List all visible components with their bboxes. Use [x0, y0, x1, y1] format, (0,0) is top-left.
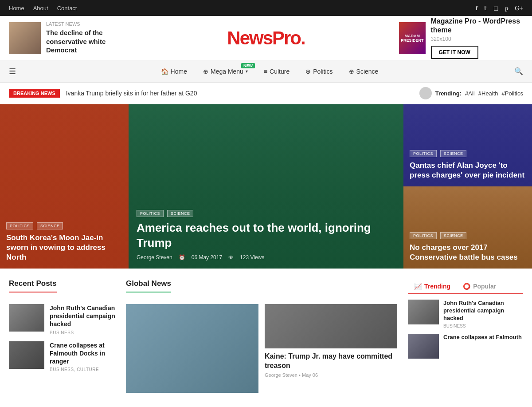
pinterest-icon[interactable]: 𝐩	[505, 4, 509, 12]
trending-tags: #All #Health #Politics	[465, 90, 523, 97]
facebook-icon[interactable]: 𝐟	[476, 4, 478, 12]
tag-health[interactable]: #Health	[478, 90, 498, 97]
ad-content: Magazine Pro - WordPress theme 320x100 G…	[431, 17, 523, 59]
global-news-main[interactable]	[126, 304, 258, 393]
breaking-news-label: BREAKING NEWS	[9, 89, 60, 98]
hero-rt-tag-politics[interactable]: POLITICS	[410, 150, 437, 157]
hamburger-icon[interactable]: ☰	[9, 67, 16, 76]
tag-all[interactable]: #All	[465, 90, 475, 97]
trend-item-2[interactable]: Crane collapses at Falmouth	[408, 334, 523, 359]
global-news-grid: Kaine: Trump Jr. may have committed trea…	[126, 304, 397, 393]
nav-megamenu-label: Mega Menu	[211, 68, 243, 75]
nav-culture-label: Culture	[270, 68, 289, 75]
global-news-title: Global News	[126, 279, 171, 292]
hero-left-tag-science[interactable]: SCIENCE	[37, 222, 63, 229]
trending-avatar	[419, 87, 432, 99]
global-news-main-image	[126, 304, 258, 393]
eye-icon: 👁	[228, 254, 234, 261]
nav-item-culture[interactable]: ≡ Culture	[256, 60, 297, 83]
logo-dot: .	[301, 28, 305, 48]
hero-center-meta: George Steven ⏰ 06 May 2017 👁 123 Views	[137, 254, 395, 261]
hero-right-top-title: Qantas chief Alan Joyce 'to press charge…	[410, 161, 526, 180]
recent-post-item[interactable]: John Ruth's Canadian presidential campai…	[9, 304, 115, 335]
hero-left-title: South Korea's Moon Jae-in sworn in vowin…	[6, 233, 122, 262]
nav-home[interactable]: Home	[9, 5, 24, 12]
hero-center-tag-science[interactable]: SCIENCE	[167, 210, 194, 217]
instagram-icon[interactable]: ◻	[493, 4, 499, 12]
hero-left[interactable]: POLITICS SCIENCE South Korea's Moon Jae-…	[0, 104, 129, 269]
hero-grid: POLITICS SCIENCE South Korea's Moon Jae-…	[0, 104, 532, 269]
hero-rt-tag-science[interactable]: SCIENCE	[440, 150, 467, 157]
recent-post-title-2: Crane collapses at Falmouth Docks in ran…	[50, 341, 115, 366]
trending-label: Trending:	[435, 90, 462, 97]
site-logo[interactable]: NewsPro.	[133, 28, 399, 49]
hero-center-tag-politics[interactable]: POLITICS	[137, 210, 164, 217]
nav-about[interactable]: About	[33, 5, 48, 12]
nav-item-megamenu[interactable]: ⊕ Mega Menu ▾ NEW	[195, 60, 256, 83]
global-news-side-image	[265, 304, 397, 348]
recent-post-tag-1: BUSINESS	[50, 330, 115, 335]
trend-item-image-2	[408, 334, 439, 359]
nav-item-science[interactable]: ⊕ Science	[341, 60, 387, 83]
googleplus-icon[interactable]: 𝐆+	[515, 4, 523, 12]
global-news-side-title[interactable]: Kaine: Trump Jr. may have committed trea…	[265, 352, 397, 371]
hero-right-top[interactable]: POLITICS SCIENCE Qantas chief Alan Joyce…	[403, 104, 532, 186]
global-news-author: George Steven	[265, 372, 297, 378]
clock-icon: ⏰	[179, 254, 185, 261]
twitter-icon[interactable]: 𝕥	[484, 4, 487, 12]
science-icon: ⊕	[349, 68, 354, 75]
latest-news-section: Latest News The decline of the conservat…	[9, 21, 133, 55]
trending-icon: 📈	[414, 283, 422, 290]
trend-item-title-2: Crane collapses at Falmouth	[443, 334, 522, 341]
megamenu-icon: ⊕	[203, 68, 208, 75]
top-nav: Home About Contact	[9, 5, 77, 12]
recent-post-title-1: John Ruth's Canadian presidential campai…	[50, 304, 115, 328]
hero-rb-tag-politics[interactable]: POLITICS	[410, 232, 437, 239]
nav-item-home[interactable]: 🏠 Home	[153, 60, 195, 83]
breaking-news-bar: BREAKING NEWS Ivanka Trump briefly sits …	[0, 83, 532, 104]
culture-icon: ≡	[264, 68, 267, 75]
hero-left-tag-politics[interactable]: POLITICS	[6, 222, 33, 229]
recent-post-item-2[interactable]: Crane collapses at Falmouth Docks in ran…	[9, 341, 115, 372]
popular-icon: ⭕	[463, 283, 470, 290]
global-news-side: Kaine: Trump Jr. may have committed trea…	[265, 304, 397, 393]
hero-center-views: 123 Views	[240, 254, 264, 261]
hero-center[interactable]: POLITICS SCIENCE America reaches out to …	[129, 104, 403, 269]
header: Latest News The decline of the conservat…	[0, 16, 532, 60]
nav-item-politics[interactable]: ⊕ Politics	[297, 60, 340, 83]
latest-news-headline[interactable]: The decline of the conservative white De…	[46, 28, 133, 55]
social-icons: 𝐟 𝕥 ◻ 𝐩 𝐆+	[476, 4, 523, 12]
tab-trending[interactable]: 📈 Trending	[408, 279, 457, 294]
ad-image: MADAM PRESIDENT	[399, 22, 426, 54]
ad-title: Magazine Pro - WordPress theme	[431, 17, 523, 34]
breaking-news-text: Ivanka Trump briefly sits in for her fat…	[66, 90, 419, 97]
home-icon: 🏠	[161, 68, 168, 75]
trend-item-1[interactable]: John Ruth's Canadian presidential campai…	[408, 300, 523, 328]
trending-area: Trending: #All #Health #Politics	[419, 87, 523, 99]
sidebar-tabs: 📈 Trending ⭕ Popular	[408, 279, 523, 294]
new-badge: NEW	[241, 63, 255, 68]
hero-right-bottom[interactable]: POLITICS SCIENCE No charges over 2017 Co…	[403, 186, 532, 269]
hero-center-author: George Steven	[137, 254, 172, 261]
global-news-date: May 06	[302, 372, 318, 378]
tag-politics[interactable]: #Politics	[502, 90, 523, 97]
nav-contact[interactable]: Contact	[57, 5, 77, 12]
ad-section: MADAM PRESIDENT Magazine Pro - WordPress…	[399, 17, 523, 59]
trend-item-text-1: John Ruth's Canadian presidential campai…	[443, 300, 523, 328]
ad-cta-button[interactable]: GET IT NOW	[431, 46, 478, 59]
recent-posts-title: Recent Posts	[9, 279, 57, 292]
global-news-section: Global News Kaine: Trump Jr. may have co…	[126, 279, 397, 393]
search-icon[interactable]: 🔍	[514, 67, 523, 75]
latest-news-image	[9, 22, 41, 54]
nav-home-label: Home	[171, 68, 187, 75]
hero-rb-tag-science[interactable]: SCIENCE	[440, 232, 467, 239]
hero-center-overlay: POLITICS SCIENCE America reaches out to …	[129, 201, 403, 269]
dropdown-arrow-icon: ▾	[246, 69, 248, 74]
hero-right-bottom-title: No charges over 2017 Conservative battle…	[410, 243, 526, 262]
tab-popular[interactable]: ⭕ Popular	[457, 279, 502, 293]
trend-item-title-1: John Ruth's Canadian presidential campai…	[443, 300, 523, 322]
hero-center-date: 06 May 2017	[192, 254, 222, 261]
logo-text: NewsPro	[227, 28, 301, 48]
hero-left-overlay: POLITICS SCIENCE South Korea's Moon Jae-…	[0, 215, 129, 269]
hero-right-bottom-overlay: POLITICS SCIENCE No charges over 2017 Co…	[403, 225, 532, 269]
